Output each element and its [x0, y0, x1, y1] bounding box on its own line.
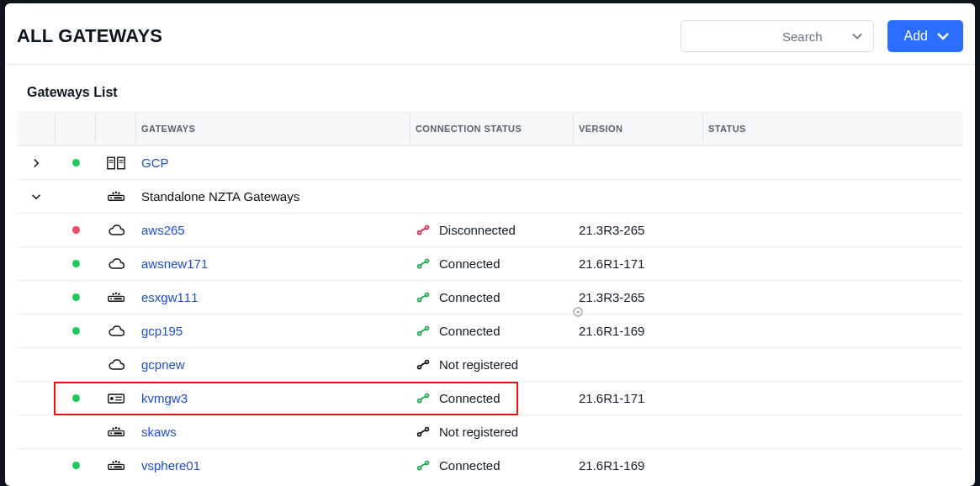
card-icon — [107, 393, 125, 404]
collapse-toggle[interactable] — [17, 192, 56, 202]
search-label: Search — [782, 29, 823, 44]
expand-toggle[interactable] — [17, 158, 56, 168]
svg-point-40 — [418, 432, 421, 436]
status-dot-icon — [72, 462, 80, 469]
connection-label: Not registered — [439, 425, 518, 439]
gateway-type-icon-cell — [96, 459, 136, 473]
cloud-icon — [107, 325, 125, 338]
connection-icon — [416, 459, 431, 473]
status-dot-icon — [72, 293, 80, 301]
chevron-down-icon — [31, 192, 41, 202]
gateways-table: GATEWAYS CONNECTION STATUS VERSION STATU… — [17, 112, 963, 482]
group-name-link[interactable]: GCP — [136, 156, 411, 170]
connection-icon — [416, 358, 431, 372]
gateway-name-link[interactable]: skaws — [136, 425, 411, 439]
connection-label: Connected — [439, 391, 501, 405]
gateway-name-link[interactable]: vsphere01 — [136, 458, 411, 473]
gateway-type-icon-cell — [96, 190, 136, 203]
table-row[interactable]: gcp195Connected21.6R1-169 — [17, 314, 963, 347]
group-row-gcp[interactable]: GCP — [17, 145, 963, 179]
version-cell: 21.6R1-171 — [574, 256, 703, 271]
connection-label: Connected — [439, 458, 501, 473]
svg-point-48 — [418, 466, 421, 469]
col-version[interactable]: VERSION — [574, 113, 703, 145]
add-button[interactable]: Add — [887, 20, 963, 52]
connection-icon — [416, 325, 431, 338]
svg-point-45 — [118, 461, 119, 462]
svg-point-10 — [110, 197, 112, 198]
svg-point-15 — [425, 259, 428, 262]
svg-rect-0 — [108, 157, 114, 169]
svg-point-35 — [112, 427, 114, 429]
gateway-type-icon-cell — [96, 291, 136, 304]
gateway-type-icon-cell — [96, 393, 136, 404]
gateway-type-icon-cell — [96, 224, 136, 237]
col-status[interactable]: STATUS — [703, 113, 897, 145]
svg-point-14 — [418, 264, 421, 267]
svg-point-22 — [418, 298, 421, 301]
connection-icon — [416, 291, 431, 304]
appliance-icon — [107, 459, 125, 473]
connection-label: Not registered — [439, 357, 518, 372]
table-row[interactable]: awsnew171Connected21.6R1-171 — [17, 246, 963, 280]
gateway-name-link[interactable]: gcp195 — [136, 324, 411, 338]
version-cell: 21.6R1-171 — [574, 391, 703, 405]
gateway-name-link[interactable]: esxgw111 — [136, 290, 411, 304]
status-dot-cell — [56, 226, 96, 234]
col-gateways[interactable]: GATEWAYS — [136, 113, 411, 145]
connection-cell: Connected — [411, 256, 574, 271]
svg-point-8 — [115, 191, 117, 193]
gateway-type-icon-cell — [96, 358, 136, 372]
svg-point-24 — [418, 331, 421, 335]
status-dot-icon — [72, 327, 80, 335]
cloud-icon — [107, 358, 125, 372]
svg-point-33 — [425, 394, 428, 397]
gateway-type-icon-cell — [96, 257, 136, 271]
topbar: ALL GATEWAYS Search Add — [5, 3, 975, 65]
col-icon — [96, 113, 136, 145]
search-dropdown[interactable]: Search — [681, 20, 874, 52]
svg-point-7 — [112, 192, 114, 193]
page-title: ALL GATEWAYS — [17, 25, 162, 47]
appliance-icon — [107, 190, 125, 203]
svg-point-46 — [110, 466, 112, 468]
svg-rect-29 — [110, 397, 113, 399]
gateway-name-link[interactable]: awsnew171 — [136, 256, 411, 271]
col-connection[interactable]: CONNECTION STATUS — [411, 113, 574, 145]
col-status-dot — [56, 113, 96, 145]
chevron-right-icon — [31, 158, 41, 168]
svg-point-43 — [112, 461, 114, 462]
svg-point-32 — [418, 399, 421, 402]
svg-point-44 — [115, 460, 117, 462]
svg-point-26 — [418, 365, 421, 368]
status-dot-cell — [56, 293, 96, 301]
svg-point-27 — [425, 360, 428, 363]
connection-cell: Not registered — [411, 357, 574, 372]
table-row[interactable]: esxgw111Connected21.3R3-265 — [17, 280, 963, 314]
table-row[interactable]: aws265Disconnected21.3R3-265 — [17, 213, 963, 246]
connection-icon — [416, 257, 431, 271]
connection-icon — [416, 224, 431, 237]
svg-point-23 — [425, 293, 428, 296]
group-row-standalone[interactable]: Standalone NZTA Gateways — [17, 179, 963, 213]
status-dot-icon — [72, 226, 80, 234]
gateway-name-link[interactable]: gcpnew — [136, 357, 411, 372]
version-cell: 21.3R3-265 — [574, 223, 703, 237]
table-row[interactable]: skawsNot registered — [17, 415, 963, 448]
connection-cell: Connected — [411, 391, 574, 405]
datacenter-icon — [107, 156, 125, 171]
list-title: Gateways List — [17, 85, 963, 112]
connection-label: Connected — [439, 290, 501, 304]
gateway-name-link[interactable]: aws265 — [136, 223, 411, 237]
table-row[interactable]: kvmgw3Connected21.6R1-171 — [17, 381, 963, 415]
connection-cell: Not registered — [411, 425, 574, 439]
table-row[interactable]: gcpnewNot registered — [17, 347, 963, 381]
gateway-name-link[interactable]: kvmgw3 — [136, 391, 411, 405]
status-dot-cell — [56, 327, 96, 335]
svg-point-38 — [110, 432, 112, 434]
table-row[interactable]: vsphere01Connected21.6R1-169 — [17, 448, 963, 482]
topbar-right: Search Add — [681, 20, 963, 52]
table-header: GATEWAYS CONNECTION STATUS VERSION STATU… — [17, 112, 963, 145]
connection-cell: Connected — [411, 324, 574, 338]
chevron-down-icon — [851, 30, 863, 42]
